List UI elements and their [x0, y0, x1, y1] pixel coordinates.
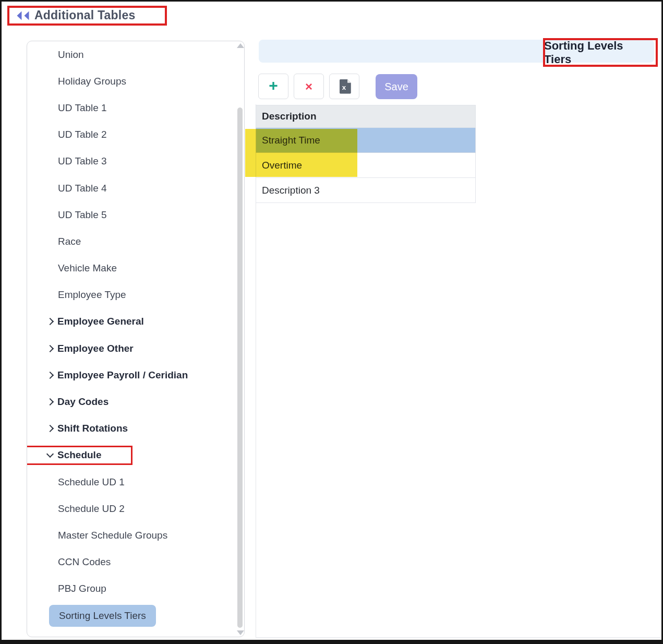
description-cell: Description 3	[262, 185, 320, 196]
sidebar-item-ud-table-5[interactable]: UD Table 5	[27, 201, 244, 228]
table-body: Straight TimeOvertimeDescription 3	[256, 128, 476, 203]
sidebar-item-label: Union	[58, 49, 84, 61]
sidebar-item-label: Race	[58, 236, 81, 247]
sidebar-item-ccn-codes[interactable]: CCN Codes	[27, 549, 244, 576]
sidebar-item-schedule-ud-2[interactable]: Schedule UD 2	[27, 495, 244, 522]
sidebar-item-label: UD Table 2	[58, 129, 107, 140]
chevron-right-icon	[46, 345, 54, 352]
sidebar-item-shift-rotations[interactable]: Shift Rotations	[27, 415, 244, 442]
sidebar-item-label: Sorting Levels Tiers	[49, 605, 156, 627]
sidebar-item-employee-other[interactable]: Employee Other	[27, 335, 244, 362]
sidebar-item-label: Master Schedule Groups	[58, 530, 167, 541]
panel-bottom-border	[256, 637, 661, 638]
delete-row-button[interactable]: ×	[294, 74, 324, 99]
sidebar-item-label: Employee Type	[58, 289, 126, 301]
sidebar-item-label: Employee Other	[57, 343, 134, 354]
sidebar-item-label: UD Table 5	[58, 209, 107, 221]
excel-export-icon: x	[337, 79, 352, 94]
sidebar-item-label: UD Table 3	[58, 156, 107, 167]
export-excel-button[interactable]: x	[329, 74, 359, 99]
sidebar-item-race[interactable]: Race	[27, 228, 244, 255]
sidebar-item-employee-type[interactable]: Employee Type	[27, 282, 244, 308]
table-row-description-3[interactable]: Description 3	[256, 178, 476, 203]
scrollbar-up-arrow-icon[interactable]	[237, 43, 244, 48]
app-header: Additional Tables	[2, 2, 661, 32]
sidebar-item-sorting-levels-tiers[interactable]: Sorting Levels Tiers	[27, 602, 244, 629]
sidebar-item-label: Vehicle Make	[58, 263, 117, 274]
chevron-right-icon	[46, 425, 54, 432]
sidebar-item-label: CCN Codes	[58, 556, 111, 568]
app-window: Additional Tables UnionHoliday GroupsUD …	[0, 0, 663, 644]
chevron-right-icon	[46, 318, 54, 325]
description-cell: Overtime	[262, 160, 302, 171]
sidebar-item-pbj-group[interactable]: PBJ Group	[27, 576, 244, 602]
description-table: Description Straight TimeOvertimeDescrip…	[256, 105, 476, 203]
sidebar-item-label: Day Codes	[57, 396, 109, 408]
table-header-description: Description	[256, 105, 476, 128]
table-row-overtime[interactable]: Overtime	[256, 153, 476, 178]
sidebar-item-label: Employee General	[57, 316, 144, 327]
sidebar-item-employee-general[interactable]: Employee General	[27, 308, 244, 335]
sidebar-item-master-schedule-groups[interactable]: Master Schedule Groups	[27, 522, 244, 548]
sidebar-item-label: Shift Rotations	[57, 423, 128, 434]
table-row-straight-time[interactable]: Straight Time	[256, 128, 476, 153]
sidebar-item-label: Holiday Groups	[58, 76, 126, 87]
sidebar-item-label: Schedule UD 2	[58, 503, 125, 515]
annotation-box-title	[7, 6, 167, 26]
sidebar-item-ud-table-2[interactable]: UD Table 2	[27, 122, 244, 148]
sidebar-item-ud-table-4[interactable]: UD Table 4	[27, 175, 244, 201]
sidebar-item-ud-table-3[interactable]: UD Table 3	[27, 148, 244, 175]
sidebar-item-label: Employee Payroll / Ceridian	[57, 369, 188, 381]
delete-x-icon: ×	[305, 80, 312, 93]
sidebar-item-ud-table-1[interactable]: UD Table 1	[27, 94, 244, 121]
chevron-right-icon	[46, 372, 54, 379]
tables-sidebar: UnionHoliday GroupsUD Table 1UD Table 2U…	[27, 41, 245, 637]
svg-text:x: x	[342, 84, 346, 91]
sidebar-item-union[interactable]: Union	[27, 41, 244, 68]
scrollbar-down-arrow-icon[interactable]	[237, 630, 244, 635]
sidebar-list: UnionHoliday GroupsUD Table 1UD Table 2U…	[27, 41, 244, 629]
sidebar-item-label: PBJ Group	[58, 583, 106, 594]
add-row-button[interactable]: +	[258, 74, 288, 99]
chevron-right-icon	[46, 398, 54, 406]
sidebar-item-holiday-groups[interactable]: Holiday Groups	[27, 68, 244, 94]
annotation-box-panel-title	[543, 38, 658, 67]
sidebar-item-schedule[interactable]: Schedule	[27, 442, 244, 469]
sidebar-item-label: Schedule UD 1	[58, 476, 125, 488]
annotation-box-schedule	[27, 446, 132, 465]
sidebar-item-vehicle-make[interactable]: Vehicle Make	[27, 255, 244, 282]
sidebar-scrollbar[interactable]	[237, 108, 243, 628]
sidebar-item-label: UD Table 4	[58, 183, 107, 194]
plus-icon: +	[269, 78, 278, 93]
sidebar-item-label: UD Table 1	[58, 102, 107, 114]
description-cell: Straight Time	[262, 135, 320, 146]
sidebar-item-day-codes[interactable]: Day Codes	[27, 388, 244, 415]
sidebar-item-employee-payroll-ceridian[interactable]: Employee Payroll / Ceridian	[27, 362, 244, 388]
save-button[interactable]: Save	[376, 74, 417, 99]
sidebar-item-schedule-ud-1[interactable]: Schedule UD 1	[27, 469, 244, 495]
